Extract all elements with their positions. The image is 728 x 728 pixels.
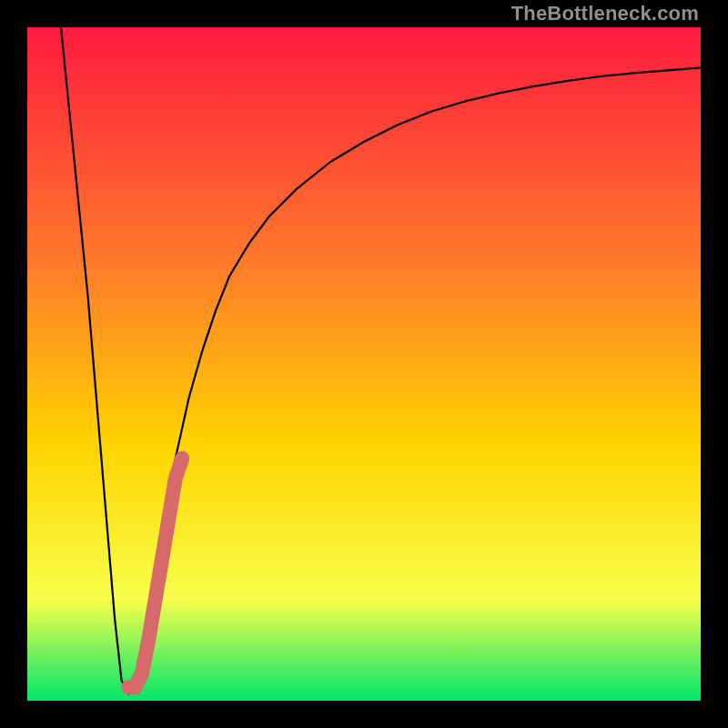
gradient-background [27,27,701,701]
watermark-text: TheBottleneck.com [511,2,699,25]
chart-plot-area [27,27,701,701]
chart-frame: TheBottleneck.com [0,0,728,728]
chart-svg [27,27,701,701]
